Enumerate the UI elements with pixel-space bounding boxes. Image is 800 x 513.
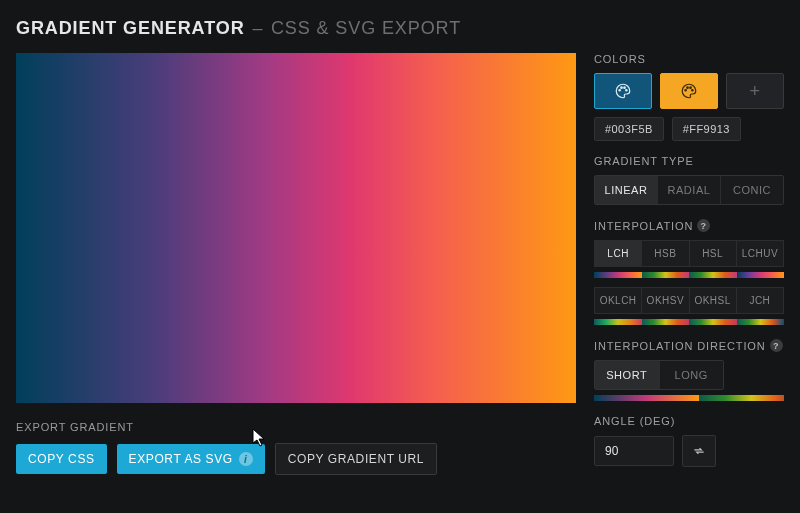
gradient-type-radial[interactable]: RADIAL (658, 176, 721, 204)
interp-okhsl[interactable]: OKHSL (689, 287, 736, 314)
title-separator: – (253, 18, 263, 39)
svg-point-6 (690, 87, 692, 89)
interp-hsb[interactable]: HSB (641, 240, 688, 267)
svg-point-3 (626, 90, 628, 92)
interp-hsl[interactable]: HSL (689, 240, 736, 267)
interp-strip (594, 272, 642, 278)
palette-icon (680, 82, 698, 100)
interp-strip (642, 272, 690, 278)
interp-okhsv[interactable]: OKHSV (641, 287, 688, 314)
page-title: GRADIENT GENERATOR – CSS & SVG EXPORT (16, 18, 784, 39)
interp-lch[interactable]: LCH (594, 240, 641, 267)
copy-url-button[interactable]: COPY GRADIENT URL (275, 443, 437, 475)
help-icon[interactable]: ? (697, 219, 710, 232)
hex-chip-2[interactable]: #FF9913 (672, 117, 741, 141)
copy-css-label: COPY CSS (28, 452, 95, 466)
help-icon[interactable]: ? (770, 339, 783, 352)
interp-strip (689, 319, 737, 325)
direction-strip (594, 395, 699, 401)
svg-point-0 (619, 90, 621, 92)
gradient-type-conic[interactable]: CONIC (721, 176, 783, 204)
info-icon: i (239, 452, 253, 466)
copy-css-button[interactable]: COPY CSS (16, 444, 107, 474)
gradient-type-linear[interactable]: LINEAR (595, 176, 658, 204)
plus-icon: + (750, 81, 761, 102)
svg-point-7 (692, 90, 694, 92)
swap-icon (692, 444, 706, 458)
color-swatch-2[interactable] (660, 73, 718, 109)
interp-strip (689, 272, 737, 278)
interp-jch[interactable]: JCH (736, 287, 784, 314)
export-svg-label: EXPORT AS SVG (129, 452, 233, 466)
direction-group: SHORT LONG (594, 360, 724, 390)
angle-input[interactable] (594, 436, 674, 466)
svg-point-1 (621, 87, 623, 89)
direction-heading: INTERPOLATION DIRECTION ? (594, 339, 784, 352)
interp-oklch[interactable]: OKLCH (594, 287, 641, 314)
interp-strip (737, 319, 785, 325)
export-svg-button[interactable]: EXPORT AS SVG i (117, 444, 265, 474)
palette-icon (614, 82, 632, 100)
export-heading: EXPORT GRADIENT (16, 421, 576, 433)
direction-short[interactable]: SHORT (595, 361, 660, 389)
gradient-type-heading: GRADIENT TYPE (594, 155, 784, 167)
direction-long[interactable]: LONG (660, 361, 724, 389)
reverse-angle-button[interactable] (682, 435, 716, 467)
hex-chip-1[interactable]: #003F5B (594, 117, 664, 141)
svg-point-4 (685, 90, 687, 92)
add-color-button[interactable]: + (726, 73, 784, 109)
angle-heading: ANGLE (DEG) (594, 415, 784, 427)
interp-strip (737, 272, 785, 278)
copy-url-label: COPY GRADIENT URL (288, 452, 424, 466)
colors-heading: COLORS (594, 53, 784, 65)
gradient-preview (16, 53, 576, 403)
interp-lchuv[interactable]: LCHUV (736, 240, 784, 267)
interpolation-heading: INTERPOLATION ? (594, 219, 784, 232)
direction-strip (699, 395, 784, 401)
gradient-type-group: LINEAR RADIAL CONIC (594, 175, 784, 205)
interp-strip (594, 319, 642, 325)
title-subtitle: CSS & SVG EXPORT (271, 18, 461, 39)
svg-point-5 (687, 87, 689, 89)
title-main: GRADIENT GENERATOR (16, 18, 245, 39)
svg-point-2 (624, 87, 626, 89)
interp-strip (642, 319, 690, 325)
color-swatch-1[interactable] (594, 73, 652, 109)
